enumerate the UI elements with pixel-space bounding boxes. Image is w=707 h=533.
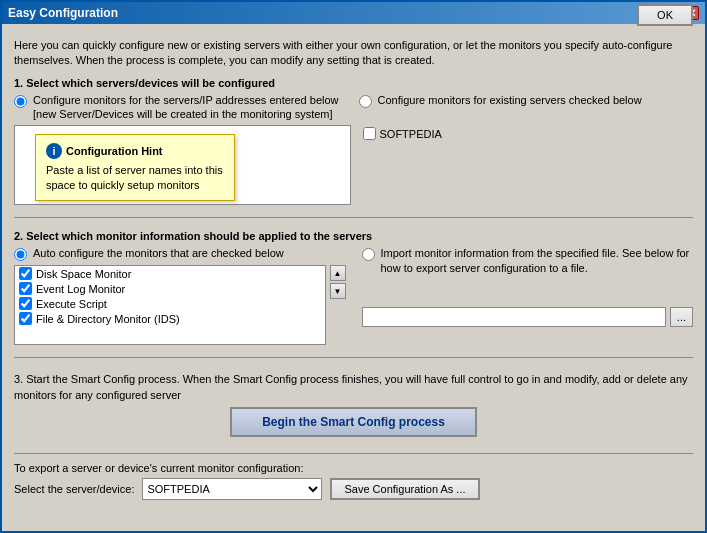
server-checkbox[interactable] [363, 127, 376, 140]
divider2 [14, 357, 693, 358]
hint-icon: i [46, 143, 62, 159]
monitor-label-0: Disk Space Monitor [36, 268, 131, 280]
servers-area: i Configuration Hint Paste a list of ser… [14, 125, 693, 205]
ok-button[interactable]: OK [637, 4, 693, 26]
radio1-row: Configure monitors for the servers/IP ad… [14, 93, 349, 122]
servers-right: SOFTPEDIA [359, 125, 694, 205]
step3-section: 3. Start the Smart Config process. When … [14, 370, 693, 441]
monitor-item: Disk Space Monitor [15, 266, 325, 281]
step2-label: 2. Select which monitor information shou… [14, 230, 693, 242]
step2-radio1-label: Auto configure the monitors that are che… [33, 246, 284, 260]
scroll-down-button[interactable]: ▼ [330, 283, 346, 299]
hint-popup: i Configuration Hint Paste a list of ser… [35, 134, 235, 201]
monitor-cb-2[interactable] [19, 297, 32, 310]
easy-configuration-window: Easy Configuration ✕ OK Here you can qui… [0, 0, 707, 533]
step1-label: 1. Select which servers/devices will be … [14, 77, 693, 89]
hint-title: i Configuration Hint [46, 143, 224, 159]
step2-radio2-row: Import monitor information from the spec… [362, 246, 694, 275]
radio1-input[interactable] [14, 95, 27, 108]
export-label: To export a server or device's current m… [14, 462, 693, 474]
monitor-item: Execute Script [15, 296, 325, 311]
monitor-cb-0[interactable] [19, 267, 32, 280]
monitor-list-area: Disk Space Monitor Event Log Monitor Exe… [14, 265, 346, 345]
export-device-label: Select the server/device: [14, 483, 134, 495]
section2-row: Auto configure the monitors that are che… [14, 246, 693, 345]
monitor-label-3: File & Directory Monitor (IDS) [36, 313, 180, 325]
monitor-label-2: Execute Script [36, 298, 107, 310]
monitor-cb-1[interactable] [19, 282, 32, 295]
save-config-button[interactable]: Save Configuration As ... [330, 478, 479, 500]
radio2-label: Configure monitors for existing servers … [378, 93, 642, 107]
export-section: To export a server or device's current m… [14, 453, 693, 500]
intro-text: Here you can quickly configure new or ex… [14, 38, 693, 69]
monitor-label-1: Event Log Monitor [36, 283, 125, 295]
step1-section: 1. Select which servers/devices will be … [14, 77, 693, 206]
smart-config-button[interactable]: Begin the Smart Config process [230, 407, 477, 437]
monitor-item: File & Directory Monitor (IDS) [15, 311, 325, 326]
monitor-cb-3[interactable] [19, 312, 32, 325]
hint-title-text: Configuration Hint [66, 145, 163, 157]
radio2-row: Configure monitors for existing servers … [359, 93, 694, 108]
file-path-input[interactable] [362, 307, 666, 327]
main-content: OK Here you can quickly configure new or… [2, 24, 705, 531]
server-checkbox-label: SOFTPEDIA [380, 128, 442, 140]
smart-config-row: Begin the Smart Config process [14, 407, 693, 437]
step3-label: 3. Start the Smart Config process. When … [14, 372, 693, 403]
step2-section: 2. Select which monitor information shou… [14, 230, 693, 345]
section2-right: Import monitor information from the spec… [362, 246, 694, 327]
file-input-row: ... [362, 307, 694, 327]
monitor-list: Disk Space Monitor Event Log Monitor Exe… [14, 265, 326, 345]
export-device-select[interactable]: SOFTPEDIA [142, 478, 322, 500]
step2-radio1-row: Auto configure the monitors that are che… [14, 246, 346, 261]
step2-radio2-input[interactable] [362, 248, 375, 261]
server-checkbox-row: SOFTPEDIA [359, 125, 694, 142]
step2-radio2-label: Import monitor information from the spec… [381, 246, 694, 275]
scroll-buttons: ▲ ▼ [330, 265, 346, 345]
step2-radio1-input[interactable] [14, 248, 27, 261]
divider1 [14, 217, 693, 218]
scroll-up-button[interactable]: ▲ [330, 265, 346, 281]
export-row: Select the server/device: SOFTPEDIA Save… [14, 478, 693, 500]
radio1-label: Configure monitors for the servers/IP ad… [33, 93, 349, 122]
hint-text: Paste a list of server names into this s… [46, 163, 224, 192]
monitor-item: Event Log Monitor [15, 281, 325, 296]
step1-right: Configure monitors for existing servers … [359, 93, 694, 108]
step1-left: Configure monitors for the servers/IP ad… [14, 93, 349, 122]
ok-row: OK [14, 4, 693, 26]
radio2-input[interactable] [359, 95, 372, 108]
browse-button[interactable]: ... [670, 307, 693, 327]
server-text-area[interactable]: i Configuration Hint Paste a list of ser… [14, 125, 351, 205]
section2-left: Auto configure the monitors that are che… [14, 246, 346, 345]
